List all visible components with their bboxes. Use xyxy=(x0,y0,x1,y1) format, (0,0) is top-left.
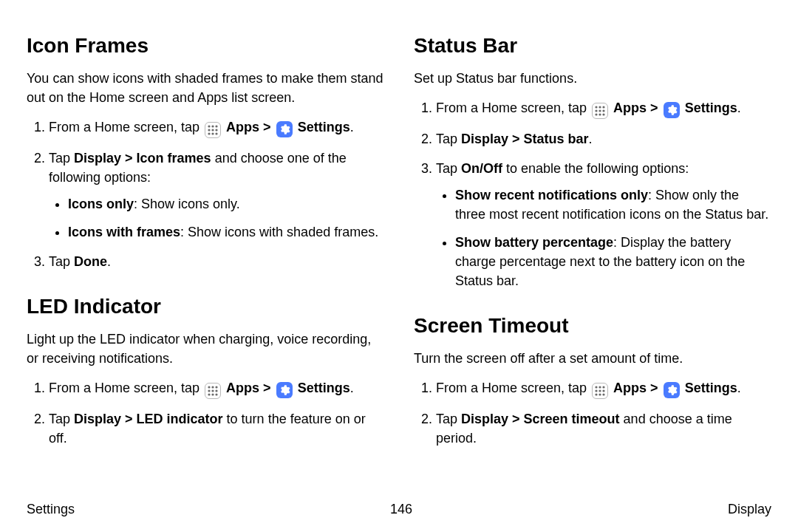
settings-label: Settings xyxy=(298,120,350,134)
footer-left: Settings xyxy=(27,499,75,519)
option-bold: Icons with frames xyxy=(68,225,180,239)
status-bar-steps: From a Home screen, tap Apps > Settings.… xyxy=(414,98,771,291)
apps-label: Apps xyxy=(226,120,259,134)
option-rest: : Show icons with shaded frames. xyxy=(180,225,378,239)
list-item: Icons only: Show icons only. xyxy=(68,194,384,214)
breadcrumb-separator: > xyxy=(650,100,662,115)
status-bar-heading: Status Bar xyxy=(414,31,771,61)
settings-label: Settings xyxy=(685,100,737,115)
status-bar-intro: Set up Status bar functions. xyxy=(414,69,771,88)
step-bold: Display > Icon frames xyxy=(74,151,211,166)
option-bold: Show recent notifications only xyxy=(455,188,648,202)
step-text: From a Home screen, tap xyxy=(436,100,590,115)
step-bold: Display > Status bar xyxy=(461,132,589,146)
footer-page-number: 146 xyxy=(390,499,412,519)
step-item: Tap Display > LED indicator to turn the … xyxy=(49,409,384,448)
step-text: Tap xyxy=(49,254,74,269)
step-item: From a Home screen, tap Apps > Settings. xyxy=(436,98,771,119)
step-text: Tap xyxy=(436,161,461,176)
punct: . xyxy=(350,120,354,134)
step-text: From a Home screen, tap xyxy=(436,381,590,395)
icon-frames-steps: From a Home screen, tap Apps > Settings.… xyxy=(27,117,384,271)
apps-label: Apps xyxy=(226,381,259,395)
step-text: Tap xyxy=(436,132,461,146)
step-item: From a Home screen, tap Apps > Settings. xyxy=(436,378,771,399)
apps-label: Apps xyxy=(613,381,647,395)
step-bold: Done xyxy=(74,254,107,269)
footer-right: Display xyxy=(728,499,771,519)
step-item: Tap Display > Icon frames and choose one… xyxy=(49,149,384,242)
apps-icon xyxy=(592,103,608,119)
option-bold: Icons only xyxy=(68,197,134,211)
step-text: Tap xyxy=(49,412,74,426)
settings-label: Settings xyxy=(685,381,737,395)
led-indicator-steps: From a Home screen, tap Apps > Settings.… xyxy=(27,378,384,448)
step-text: Tap xyxy=(49,151,74,166)
step-item: Tap Done. xyxy=(49,252,384,271)
punct: . xyxy=(737,381,741,395)
status-bar-options: Show recent notifications only: Show onl… xyxy=(436,185,771,290)
step-text: Tap xyxy=(436,412,461,426)
two-column-layout: Icon Frames You can show icons with shad… xyxy=(27,27,771,458)
apps-icon xyxy=(205,383,221,399)
led-indicator-intro: Light up the LED indicator when charging… xyxy=(27,330,384,368)
right-column: Status Bar Set up Status bar functions. … xyxy=(414,27,771,458)
step-bold: Display > Screen timeout xyxy=(461,412,620,426)
gear-icon xyxy=(664,382,680,398)
icon-frames-options: Icons only: Show icons only. Icons with … xyxy=(49,194,384,242)
step-bold: Display > LED indicator xyxy=(74,412,223,426)
breadcrumb-separator: > xyxy=(650,381,662,395)
list-item: Show battery percentage: Display the bat… xyxy=(455,233,771,290)
punct: . xyxy=(350,381,354,395)
list-item: Show recent notifications only: Show onl… xyxy=(455,185,771,224)
led-indicator-heading: LED Indicator xyxy=(27,292,384,322)
list-item: Icons with frames: Show icons with shade… xyxy=(68,222,384,242)
punct: . xyxy=(737,100,741,115)
gear-icon xyxy=(276,121,293,137)
step-text: From a Home screen, tap xyxy=(49,120,203,134)
step-bold: On/Off xyxy=(461,161,502,176)
step-text: . xyxy=(589,132,593,146)
settings-label: Settings xyxy=(298,381,350,395)
option-bold: Show battery percentage xyxy=(455,235,613,250)
breadcrumb-separator: > xyxy=(263,120,275,134)
screen-timeout-steps: From a Home screen, tap Apps > Settings.… xyxy=(414,378,771,448)
screen-timeout-heading: Screen Timeout xyxy=(414,311,771,341)
left-column: Icon Frames You can show icons with shad… xyxy=(27,27,384,458)
step-item: Tap On/Off to enable the following optio… xyxy=(436,159,771,291)
page-footer: Settings 146 Display xyxy=(27,499,771,519)
gear-icon xyxy=(664,102,680,118)
apps-icon xyxy=(205,122,221,138)
step-text: to enable the following options: xyxy=(502,161,689,176)
step-text: From a Home screen, tap xyxy=(49,381,203,395)
apps-icon xyxy=(592,383,608,399)
screen-timeout-intro: Turn the screen off after a set amount o… xyxy=(414,349,771,368)
breadcrumb-separator: > xyxy=(263,381,275,395)
icon-frames-heading: Icon Frames xyxy=(27,31,384,61)
step-item: From a Home screen, tap Apps > Settings. xyxy=(49,117,384,138)
step-item: From a Home screen, tap Apps > Settings. xyxy=(49,378,384,399)
step-item: Tap Display > Status bar. xyxy=(436,129,771,149)
step-text: . xyxy=(107,254,111,269)
option-rest: : Show icons only. xyxy=(134,197,240,211)
gear-icon xyxy=(276,382,293,398)
icon-frames-intro: You can show icons with shaded frames to… xyxy=(27,69,384,107)
apps-label: Apps xyxy=(613,100,647,115)
step-item: Tap Display > Screen timeout and choose … xyxy=(436,409,771,448)
